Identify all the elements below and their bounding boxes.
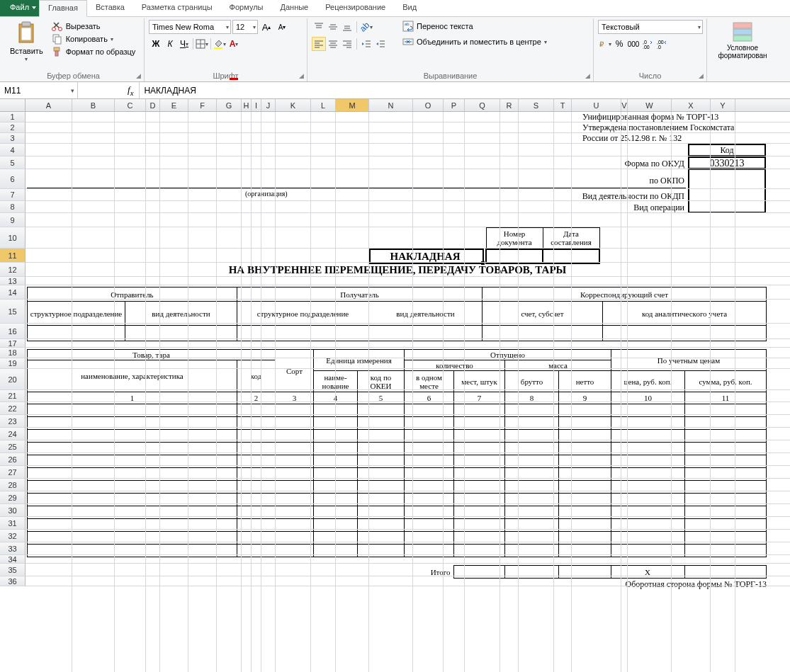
font-launcher[interactable]: ◢ (297, 72, 305, 80)
col-header-Y[interactable]: Y (711, 99, 735, 111)
col-header-U[interactable]: U (572, 99, 621, 111)
row-header-14[interactable]: 14 (0, 285, 26, 300)
wrap-text-button[interactable]: ab Перенос текста (401, 20, 548, 33)
row-header-28[interactable]: 28 (0, 479, 26, 491)
paste-button[interactable]: Вставить ▾ (7, 20, 46, 64)
col-header-A[interactable]: A (26, 99, 72, 111)
row-header-5[interactable]: 5 (0, 156, 26, 169)
row-header-8[interactable]: 8 (0, 201, 26, 213)
underline-button[interactable]: Ч▾ (177, 37, 191, 51)
row-header-35[interactable]: 35 (0, 564, 26, 576)
row-header-21[interactable]: 21 (0, 390, 26, 402)
align-top-button[interactable] (312, 20, 326, 34)
col-header-H[interactable]: H (242, 99, 252, 111)
row-header-17[interactable]: 17 (0, 339, 26, 348)
percent-button[interactable]: % (612, 37, 626, 51)
col-header-Q[interactable]: Q (465, 99, 500, 111)
col-header-N[interactable]: N (369, 99, 413, 111)
grow-font-button[interactable]: A▴ (259, 20, 273, 34)
row-header-11[interactable]: 11 (0, 249, 26, 263)
conditional-formatting-button[interactable]: Условное форматирован (711, 20, 774, 61)
col-header-B[interactable]: B (72, 99, 115, 111)
row-header-20[interactable]: 20 (0, 369, 26, 390)
select-all-corner[interactable] (0, 99, 26, 111)
col-header-E[interactable]: E (160, 99, 188, 111)
borders-button[interactable]: ▾ (195, 37, 209, 51)
row-header-31[interactable]: 31 (0, 517, 26, 530)
row-header-30[interactable]: 30 (0, 504, 26, 517)
sheet-area[interactable]: 1234567891011121314151617181920212223242… (0, 112, 790, 672)
col-header-K[interactable]: K (276, 99, 311, 111)
row-header-36[interactable]: 36 (0, 576, 26, 586)
col-header-S[interactable]: S (519, 99, 554, 111)
row-header-12[interactable]: 12 (0, 263, 26, 277)
col-header-X[interactable]: X (672, 99, 711, 111)
align-center-button[interactable] (326, 37, 340, 51)
align-right-button[interactable] (340, 37, 354, 51)
formula-input[interactable]: НАКЛАДНАЯ (140, 86, 790, 96)
col-header-M[interactable]: M (336, 99, 369, 111)
indent-decrease-button[interactable] (359, 37, 373, 51)
format-painter-button[interactable]: Формат по образцу (50, 45, 137, 58)
align-middle-button[interactable] (326, 20, 340, 34)
row-header-16[interactable]: 16 (0, 324, 26, 339)
bold-button[interactable]: Ж (149, 37, 163, 51)
name-box[interactable]: M11 (0, 82, 78, 98)
tab-view[interactable]: Вид (394, 0, 425, 16)
row-header-19[interactable]: 19 (0, 358, 26, 369)
col-header-O[interactable]: O (413, 99, 444, 111)
row-header-13[interactable]: 13 (0, 277, 26, 285)
row-header-22[interactable]: 22 (0, 402, 26, 415)
row-header-27[interactable]: 27 (0, 466, 26, 479)
col-header-L[interactable]: L (311, 99, 336, 111)
align-bottom-button[interactable] (340, 20, 354, 34)
row-header-10[interactable]: 10 (0, 227, 26, 249)
clipboard-launcher[interactable]: ◢ (134, 72, 142, 80)
cells-canvas[interactable]: Унифицированная форма № ТОРГ-13 Утвержде… (26, 112, 790, 672)
number-format-combo[interactable]: Текстовый (598, 20, 703, 34)
row-header-32[interactable]: 32 (0, 530, 26, 542)
col-header-T[interactable]: T (554, 99, 572, 111)
tab-insert[interactable]: Вставка (87, 0, 133, 16)
row-header-3[interactable]: 3 (0, 133, 26, 144)
row-header-15[interactable]: 15 (0, 300, 26, 324)
tab-review[interactable]: Рецензирование (317, 0, 394, 16)
row-header-7[interactable]: 7 (0, 189, 26, 201)
font-color-button[interactable]: A▾ (227, 37, 241, 51)
col-header-J[interactable]: J (261, 99, 276, 111)
tab-data[interactable]: Данные (271, 0, 317, 16)
fx-icon[interactable]: fx (125, 84, 136, 97)
align-left-button[interactable] (312, 37, 326, 51)
inc-decimal-button[interactable]: ,0,00 (641, 37, 655, 51)
col-header-V[interactable]: V (621, 99, 628, 111)
row-header-24[interactable]: 24 (0, 428, 26, 440)
tab-formulas[interactable]: Формулы (221, 0, 272, 16)
currency-button[interactable]: ₽▾ (598, 37, 612, 51)
dec-decimal-button[interactable]: ,00,0 (655, 37, 669, 51)
col-header-G[interactable]: G (217, 99, 242, 111)
row-header-26[interactable]: 26 (0, 453, 26, 466)
col-header-R[interactable]: R (500, 99, 519, 111)
fill-color-button[interactable]: ▾ (213, 37, 227, 51)
file-tab[interactable]: Файл (0, 0, 39, 16)
col-header-F[interactable]: F (188, 99, 217, 111)
indent-increase-button[interactable] (373, 37, 388, 51)
row-header-18[interactable]: 18 (0, 348, 26, 358)
row-header-1[interactable]: 1 (0, 112, 26, 123)
row-header-29[interactable]: 29 (0, 491, 26, 504)
row-header-9[interactable]: 9 (0, 213, 26, 227)
alignment-launcher[interactable]: ◢ (583, 72, 592, 80)
row-header-6[interactable]: 6 (0, 169, 26, 189)
italic-button[interactable]: К (163, 37, 177, 51)
row-header-34[interactable]: 34 (0, 555, 26, 564)
shrink-font-button[interactable]: A▾ (275, 20, 289, 34)
cut-button[interactable]: Вырезать (50, 20, 137, 33)
col-header-I[interactable]: I (252, 99, 261, 111)
font-family-combo[interactable]: Times New Roma (149, 20, 231, 34)
row-header-25[interactable]: 25 (0, 440, 26, 453)
tab-home[interactable]: Главная (39, 0, 87, 17)
row-header-2[interactable]: 2 (0, 123, 26, 133)
col-header-W[interactable]: W (628, 99, 672, 111)
comma-button[interactable]: 000 (626, 37, 641, 51)
orientation-button[interactable]: ab▾ (359, 20, 373, 34)
